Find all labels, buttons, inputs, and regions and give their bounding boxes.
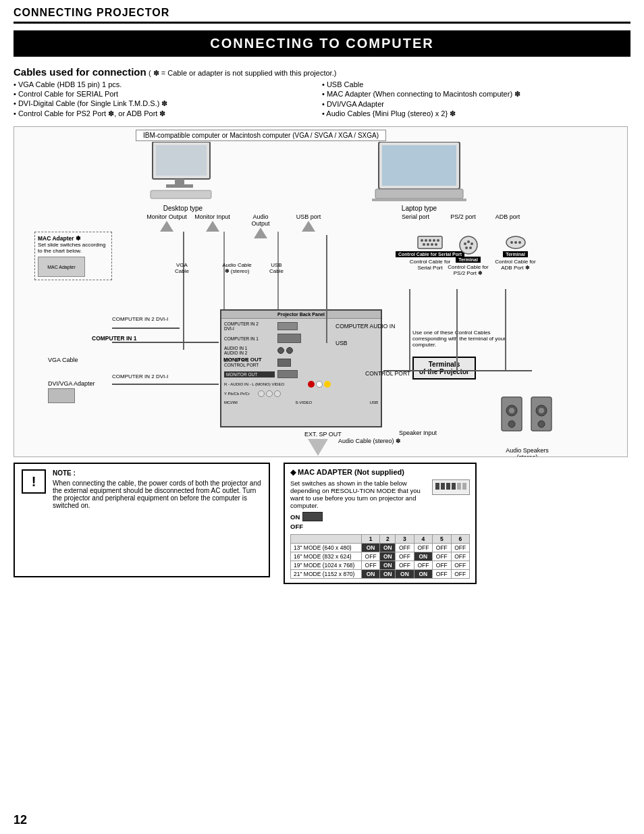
svg-point-25 xyxy=(464,242,466,245)
switch-cell-2: ON xyxy=(380,544,396,552)
desktop-label: Desktop type xyxy=(149,205,217,212)
cable-item: MAC Adapter (When connecting to Macintos… xyxy=(322,90,630,99)
comp-in1-label: COMPUTER IN 1 xyxy=(92,335,137,342)
svideo-usb-row: Y Pb/Cb Pr/Cr xyxy=(221,389,381,398)
laptop-svg xyxy=(372,142,466,203)
table-row: 21" MODE (1152 x 870)ONONONONOFFOFF xyxy=(291,570,470,579)
mac-adapter-box: MAC Adapter ✽ Set slide switches accordi… xyxy=(34,232,112,280)
audio-cable-label: Audio Cable ✽ (stereo) xyxy=(220,262,254,274)
comp-in1-port xyxy=(277,334,301,343)
svg-point-27 xyxy=(465,246,468,249)
cables-col-left: VGA Cable (HDB 15 pin) 1 pcs. Control Ca… xyxy=(14,80,322,120)
col-4: 4 xyxy=(414,535,432,544)
cables-col-right: USB Cable MAC Adapter (When connecting t… xyxy=(322,80,630,120)
terminals-note: Use one of these Control Cables correspo… xyxy=(412,330,520,348)
col-5: 5 xyxy=(433,535,451,544)
pr-port xyxy=(274,390,281,397)
table-row: 13" MODE (640 x 480)ONONOFFOFFOFFOFF xyxy=(291,544,470,552)
col-1: 1 xyxy=(361,535,379,544)
audio-speakers-section: Audio Speakers(stereo) xyxy=(500,390,554,457)
svg-rect-8 xyxy=(372,199,466,201)
monitor-out-row: MONITOR OUT xyxy=(221,369,381,380)
switch-cell-5: OFF xyxy=(433,570,451,579)
dvi-vga-adapter-icon xyxy=(48,388,75,403)
svg-point-22 xyxy=(435,243,437,246)
switch-cell-3: OFF xyxy=(396,552,414,561)
svg-marker-9 xyxy=(160,221,173,232)
switch-table: 1 2 3 4 5 6 13" MODE (640 x 480)ONONOFFO… xyxy=(290,534,470,579)
control-cable-h-line xyxy=(383,370,532,371)
svg-point-26 xyxy=(471,242,473,245)
switch-cell-4: OFF xyxy=(414,544,432,552)
svg-point-19 xyxy=(423,243,425,246)
computer-audio-in-label: COMPUTER AUDIO IN xyxy=(336,323,395,330)
switch-cell-1: ON xyxy=(361,570,379,579)
usb-label: USB xyxy=(336,340,347,346)
mode-cell: 19" MODE (1024 x 768) xyxy=(291,561,362,570)
ps2-connector-icon xyxy=(458,235,479,255)
mode-cell: 16" MODE (832 x 624) xyxy=(291,552,362,561)
svg-point-36 xyxy=(508,421,515,427)
page-container: CONNECTING PROJECTOR CONNECTING TO COMPU… xyxy=(0,0,644,834)
svg-point-17 xyxy=(433,239,435,242)
monitor-out-label: MONITOR OUT xyxy=(223,357,262,363)
laptop-label: Laptop type xyxy=(372,205,466,212)
audio-output-label: Audio Output xyxy=(244,213,277,240)
svg-rect-2 xyxy=(175,179,184,184)
l-audio xyxy=(316,381,323,388)
svg-point-40 xyxy=(538,421,545,427)
top-header-title: CONNECTING PROJECTOR xyxy=(14,7,169,18)
switch-cell-3: ON xyxy=(396,570,414,579)
switch-2 xyxy=(441,483,445,490)
svg-point-15 xyxy=(425,239,427,242)
terminal-ps2: Terminal xyxy=(456,257,481,263)
svg-point-16 xyxy=(429,239,431,242)
arrow-to-panel-1 xyxy=(112,328,180,329)
terminals-of-projector-box: Terminalsof the Projector xyxy=(412,357,476,380)
switch-cell-6: OFF xyxy=(451,570,469,579)
switch-cell-5: OFF xyxy=(433,552,451,561)
serial-port-label: Serial port xyxy=(400,213,431,220)
comp-in2-port xyxy=(277,322,298,330)
switch-cell-2: ON xyxy=(380,552,396,561)
usb-port-label: USB port xyxy=(295,213,322,233)
bottom-section: ! NOTE : When connecting the cable, the … xyxy=(14,463,630,584)
svg-rect-3 xyxy=(166,184,193,188)
switch-cell-6: OFF xyxy=(451,552,469,561)
adb-port-label: ADB port xyxy=(493,213,522,220)
adb-connector-icon xyxy=(505,235,527,250)
cable-item: USB Cable xyxy=(322,80,630,88)
svg-point-20 xyxy=(427,243,429,246)
svg-rect-7 xyxy=(375,189,463,199)
svg-point-32 xyxy=(518,241,521,244)
svg-rect-6 xyxy=(382,145,456,186)
switch-cell-4: ON xyxy=(414,552,432,561)
cable-item: Control Cable for PS2 Port ✽, or ADB Por… xyxy=(14,109,322,118)
monitor-out-port xyxy=(277,370,298,378)
svg-point-31 xyxy=(514,241,517,244)
svg-marker-10 xyxy=(206,221,219,232)
table-header-row: 1 2 3 4 5 6 xyxy=(291,535,470,544)
ps2-cable-line xyxy=(456,289,458,370)
cable-item: DVI/VGA Adapter xyxy=(322,100,630,108)
comp-in2-dvi-top-label: COMPUTER IN 2 DVI-I xyxy=(112,316,180,329)
note-box: ! NOTE : When connecting the cable, the … xyxy=(14,463,270,577)
video-rca xyxy=(324,381,331,388)
cables-note: ( ✽ = Cable or adapter is not supplied w… xyxy=(149,69,336,77)
mac-adapter-icon: MAC Adapter xyxy=(38,257,85,277)
svg-point-28 xyxy=(469,246,472,249)
ps2-port-label: PS/2 port xyxy=(449,213,477,220)
cable-item: Audio Cables {Mini Plug (stereo) x 2} ✽ xyxy=(322,109,630,118)
arrow-to-panel-3 xyxy=(112,384,219,385)
note-content: NOTE : When connecting the cable, the po… xyxy=(53,469,262,509)
cable-item: DVI-Digital Cable (for Single Link T.M.D… xyxy=(14,99,322,108)
svg-point-18 xyxy=(437,239,439,242)
svg-rect-1 xyxy=(156,145,207,176)
switch-cell-2: ON xyxy=(380,570,396,579)
svg-point-21 xyxy=(431,243,433,246)
switch-cell-6: OFF xyxy=(451,544,469,552)
top-header: CONNECTING PROJECTOR xyxy=(14,7,630,24)
switch-3 xyxy=(446,483,450,490)
mac-adapter-content: Set switches as shown in the table below… xyxy=(290,479,470,530)
warning-icon: ! xyxy=(22,469,46,494)
